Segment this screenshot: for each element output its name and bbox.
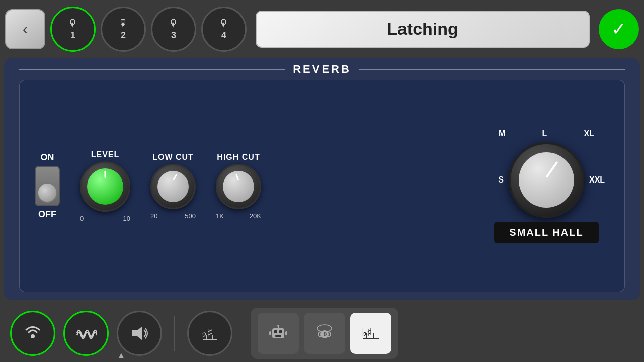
level-min: 0 [80, 215, 84, 222]
size-label-l: L [542, 129, 547, 138]
mic-button-3[interactable]: 🎙 3 [151, 7, 196, 52]
reverb-line-left [19, 69, 285, 70]
svg-rect-13 [285, 331, 287, 335]
mic-button-4[interactable]: 🎙 4 [201, 7, 247, 52]
on-label: ON [41, 152, 54, 163]
header: ‹ 🎙 1 🎙 2 🎙 3 🎙 4 Latching ✓ [0, 0, 644, 58]
mic-icon-3: 🎙 [169, 18, 179, 29]
size-knob-indicator [545, 161, 558, 177]
footer-wrapper: ♭♯ [0, 304, 644, 362]
low-cut-indicator [173, 174, 178, 181]
high-cut-knob-inner [223, 171, 254, 202]
footer: ♭♯ [0, 304, 644, 362]
level-knob[interactable] [80, 161, 130, 212]
low-cut-max: 500 [185, 212, 196, 220]
reverb-title-bar: REVERB [19, 63, 625, 76]
level-knob-indicator [105, 171, 106, 178]
low-cut-label: LOW CUT [152, 153, 194, 162]
low-cut-knob-section: LOW CUT 20 500 [150, 153, 196, 220]
mic-label-2: 2 [121, 30, 126, 41]
on-off-switch[interactable] [35, 166, 60, 206]
footer-announce-button[interactable] [117, 311, 162, 356]
level-max: 10 [123, 215, 130, 222]
size-knob-container: S XXL [484, 142, 609, 218]
footer-wireless-button[interactable] [10, 311, 55, 356]
reverb-title: REVERB [293, 63, 351, 76]
back-button[interactable]: ‹ [5, 9, 45, 49]
mic-icon-2: 🎙 [118, 18, 128, 29]
svg-rect-7 [274, 330, 277, 333]
high-cut-knob[interactable] [216, 164, 261, 209]
off-label: OFF [38, 209, 56, 220]
reverb-line-right [359, 69, 625, 70]
score-icon: ♭♯ [360, 322, 382, 344]
footer-divider [174, 316, 175, 351]
wireless-icon [22, 322, 44, 344]
low-cut-scale: 20 500 [150, 212, 196, 220]
size-label-m: M [499, 129, 505, 138]
preset-label[interactable]: SMALL HALL [494, 222, 598, 243]
mic-icon-4: 🎙 [219, 18, 229, 29]
spy-icon [313, 322, 336, 344]
mic-label-4: 4 [221, 30, 226, 41]
tuner-icon: ♭♯ [199, 322, 221, 344]
mic-icon-1: 🎙 [68, 18, 78, 29]
on-off-toggle-section: ON OFF [35, 152, 60, 220]
size-label-s: S [484, 175, 504, 185]
announce-icon [128, 322, 150, 344]
mic-button-2[interactable]: 🎙 2 [101, 7, 146, 52]
svg-marker-1 [132, 326, 142, 340]
reverb-panel: REVERB ON OFF LEVEL 0 10 [4, 58, 640, 300]
footer-tuner-button[interactable]: ♭♯ [187, 311, 232, 356]
footer-right-group: ♭♯ [251, 308, 398, 359]
robot-icon [267, 322, 289, 344]
high-cut-scale: 1K 20K [216, 212, 261, 220]
size-label-xxl: XXL [589, 175, 609, 185]
footer-right-panel: ♭♯ [251, 308, 398, 359]
level-scale: 0 10 [80, 215, 130, 222]
high-cut-indicator [235, 173, 239, 180]
size-labels-top: M L XL [494, 129, 599, 138]
svg-point-0 [31, 334, 35, 338]
size-knob[interactable] [509, 142, 584, 218]
low-cut-knob[interactable] [150, 164, 196, 209]
svg-rect-12 [269, 331, 271, 335]
footer-robot-button[interactable] [258, 313, 299, 354]
footer-score-button[interactable]: ♭♯ [350, 313, 391, 354]
size-knob-section: M L XL S XXL SMALL HALL [484, 129, 609, 243]
mic-button-1[interactable]: 🎙 1 [50, 7, 96, 52]
high-cut-max: 20K [250, 212, 261, 220]
low-cut-min: 20 [150, 212, 157, 220]
level-knob-inner [87, 168, 123, 205]
toggle-knob [37, 183, 57, 203]
low-cut-knob-inner [157, 171, 189, 202]
footer-spy-button[interactable] [304, 313, 345, 354]
reverb-icon [75, 322, 97, 344]
footer-arrow-indicator: ▲ [117, 350, 126, 361]
high-cut-label: HIGH CUT [217, 153, 260, 162]
mic-label-3: 3 [171, 30, 176, 41]
latching-button[interactable]: Latching [256, 11, 590, 48]
confirm-button[interactable]: ✓ [599, 9, 639, 49]
size-knob-inner [519, 152, 574, 208]
high-cut-min: 1K [216, 212, 224, 220]
mic-label-1: 1 [70, 30, 75, 41]
level-label: LEVEL [91, 150, 120, 159]
size-label-xl: XL [584, 129, 594, 138]
level-knob-section: LEVEL 0 10 [80, 150, 130, 222]
footer-reverb-button[interactable] [63, 311, 109, 356]
svg-rect-9 [275, 335, 281, 337]
svg-point-11 [277, 325, 279, 327]
high-cut-knob-section: HIGH CUT 1K 20K [216, 153, 261, 220]
reverb-inner: ON OFF LEVEL 0 10 LOW CUT [19, 80, 625, 292]
svg-rect-8 [279, 330, 282, 333]
